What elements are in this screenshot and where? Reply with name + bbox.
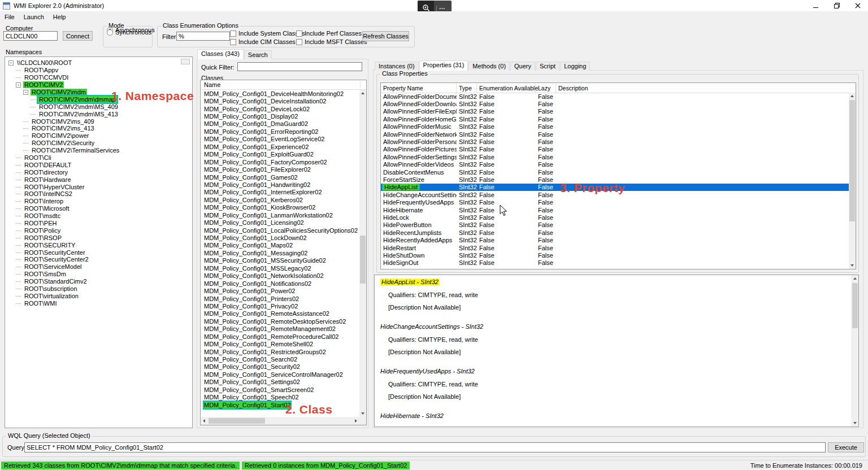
tree-item[interactable]: ROOT\Policy (5, 227, 192, 234)
property-row[interactable]: HideLockSInt32FalseFalse (381, 214, 849, 221)
property-row[interactable]: HideHibernateSInt32FalseFalse (381, 206, 849, 214)
filter-input[interactable] (176, 32, 230, 41)
class-list-item[interactable]: MDM_Policy_Config01_SmartScreen02 (201, 386, 359, 393)
class-list-item[interactable]: MDM_Policy_Config01_Search02 (201, 355, 359, 363)
tree-item[interactable]: ROOT\CIMV2\power (5, 132, 192, 140)
tree-item[interactable]: ROOT\SecurityCenter2 (5, 256, 192, 263)
class-list-item[interactable]: MDM_Policy_Config01_LockDown02 (201, 234, 359, 241)
tree-item[interactable]: ROOT\CCMVDI (5, 74, 192, 81)
column-header-description[interactable]: Description (556, 83, 856, 93)
property-row[interactable]: AllowPinnedFolderVideosSInt32FalseFalse (381, 161, 849, 168)
class-list-item[interactable]: MDM_Policy_Config01_Power02 (201, 287, 359, 294)
classes-hscroll-thumb[interactable] (209, 418, 265, 424)
refresh-classes-button[interactable]: Refresh Classes (362, 31, 409, 41)
tree-item[interactable]: ROOT\virtualization (5, 293, 192, 300)
property-row[interactable]: AllowPinnedFolderPicturesSInt32FalseFals… (381, 146, 849, 153)
tree-item[interactable]: ROOT\directory (5, 168, 192, 176)
class-list-item[interactable]: MDM_Policy_Config01_InternetExplorer02 (201, 189, 359, 196)
tree-item[interactable]: ROOT\WMI (5, 299, 192, 307)
restore-button[interactable] (826, 0, 847, 11)
checkbox-include-msft-classes[interactable]: Include MSFT Classes (296, 38, 367, 46)
tree-item[interactable]: ROOT\CIMV2\mdm\MS_409 (5, 103, 192, 110)
tree-item[interactable]: ROOT\CIMV2\ms_409 (5, 118, 192, 125)
property-row[interactable]: HidePowerButtonSInt32FalseFalse (381, 221, 849, 229)
classes-vertical-scrollbar[interactable] (359, 90, 366, 417)
tree-item[interactable]: ROOT\DEFAULT (5, 161, 192, 168)
scroll-up-button[interactable] (852, 275, 858, 282)
class-list-item[interactable]: MDM_Policy_Config01_RestrictedGroups02 (201, 348, 359, 355)
property-row[interactable]: HideShutDownSInt32FalseFalse (381, 251, 849, 259)
close-button[interactable] (847, 0, 868, 11)
tree-item[interactable]: ROOT\SmsDm (5, 271, 192, 278)
tree-item[interactable]: ROOT\Hardware (5, 176, 192, 183)
tree-item[interactable]: ROOT\RSOP (5, 234, 192, 241)
class-list-item[interactable]: MDM_Policy_Config01_Security02 (201, 363, 359, 371)
class-list-item[interactable]: MDM_Policy_Config01_Start02 (201, 401, 359, 408)
mode-radio-synchronous[interactable]: Synchronous (107, 29, 151, 36)
class-list-item[interactable]: MDM_Policy_Config01_LocalPoliciesSecurit… (201, 227, 359, 234)
column-header-enumeration-available[interactable]: Enumeration Available (477, 83, 536, 93)
class-list-item[interactable]: MDM_Policy_Config01_RemoteAssistance02 (201, 310, 359, 317)
class-list-item[interactable]: MDM_Policy_Config01_RemoteManagement02 (201, 325, 359, 333)
class-list-item[interactable]: MDM_Policy_Config01_Speech02 (201, 394, 359, 401)
menu-item-launch[interactable]: Launch (19, 12, 49, 21)
class-list-item[interactable]: MDM_Policy_Config01_Settings02 (201, 378, 359, 386)
tree-item[interactable]: -ROOT\CIMV2 (5, 81, 192, 89)
class-list-item[interactable]: MDM_Policy_Config01_NetworkIsolation02 (201, 272, 359, 280)
class-list-item[interactable]: MDM_Policy_Config01_LanmanWorkstation02 (201, 211, 359, 219)
tab-instances-0[interactable]: Instances (0) (375, 62, 419, 71)
class-list-item[interactable]: MDM_Policy_Config01_Messaging02 (201, 249, 359, 256)
tab-methods-0[interactable]: Methods (0) (468, 62, 510, 71)
class-list-item[interactable]: MDM_Policy_Config01_Printers02 (201, 295, 359, 302)
checkbox-include-system-classes[interactable]: Include System Classes (230, 29, 296, 37)
class-list-item[interactable]: MDM_Policy_Config01_Kerberos02 (201, 196, 359, 203)
class-list-item[interactable]: MDM_Policy_Config01_FactoryComposer02 (201, 158, 359, 166)
tab-properties-31[interactable]: Properties (31) (419, 60, 468, 71)
class-list-item[interactable]: MDM_Policy_Config01_FileExplorer02 (201, 166, 359, 173)
class-list-item[interactable]: MDM_Policy_Config01_ServiceControlManage… (201, 371, 359, 378)
class-list-item[interactable]: MDM_Policy_Config01_ErrorReporting02 (201, 128, 359, 135)
class-list-item[interactable]: MDM_Policy_Config01_Notifications02 (201, 280, 359, 287)
property-row[interactable]: AllowPinnedFolderHomeGroupSInt32FalseFal… (381, 115, 849, 123)
properties-vertical-scrollbar[interactable] (849, 93, 856, 269)
scroll-right-button[interactable] (353, 417, 359, 424)
class-list-item[interactable]: MDM_Policy_Config01_KioskBrowser02 (201, 204, 359, 211)
property-row[interactable]: AllowPinnedFolderFileExplorerSInt32False… (381, 108, 849, 115)
tree-corner-button[interactable] (181, 59, 190, 64)
tree-item[interactable]: ROOT\CIMV2\ms_413 (5, 125, 192, 132)
tree-item[interactable]: ROOT\Cli (5, 154, 192, 162)
class-list-item[interactable]: MDM_Policy_Config01_RemoteShell02 (201, 340, 359, 347)
name-column-header[interactable]: Name (204, 81, 220, 88)
scroll-down-button[interactable] (359, 410, 366, 417)
property-row[interactable]: AllowPinnedFolderSettingsSInt32FalseFals… (381, 153, 849, 160)
column-header-property-name[interactable]: Property Name (381, 83, 457, 93)
class-list-item[interactable]: MDM_Policy_Config01_Games02 (201, 173, 359, 181)
scroll-up-button[interactable] (359, 90, 366, 97)
quick-filter-input[interactable] (237, 62, 362, 71)
class-list-item[interactable]: MDM_Policy_Config01_EventLogService02 (201, 136, 359, 143)
tree-item[interactable]: ROOT\SecurityCenter (5, 249, 192, 256)
property-row[interactable]: AllowPinnedFolderDocumentsSInt32FalseFal… (381, 93, 849, 100)
tree-item[interactable]: ROOT\Appv (5, 67, 192, 74)
tree-item[interactable]: ROOT\IntelNCS2 (5, 190, 192, 198)
tab-classes-343[interactable]: Classes (343) (197, 49, 244, 59)
class-list-item[interactable]: MDM_Policy_Config01_Display02 (201, 112, 359, 120)
tree-item[interactable]: ROOT\SECURITY (5, 241, 192, 249)
classes-vscroll-thumb[interactable] (360, 236, 366, 284)
class-list-item[interactable]: MDM_Policy_Config01_DmaGuard02 (201, 120, 359, 128)
computer-input[interactable] (3, 31, 58, 41)
column-header-type[interactable]: Type (457, 83, 477, 93)
tree-item[interactable]: ROOT\Interop (5, 198, 192, 205)
scroll-left-button[interactable] (201, 417, 207, 424)
details-vertical-scrollbar[interactable] (851, 275, 858, 427)
tab-query[interactable]: Query (510, 62, 535, 71)
tree-item[interactable]: ROOT\StandardCimv2 (5, 278, 192, 285)
property-row[interactable]: HideSignOutSInt32FalseFalse (381, 259, 849, 267)
class-list-item[interactable]: MDM_Policy_Config01_RemoteDesktopService… (201, 317, 359, 325)
property-row[interactable]: AllowPinnedFolderDownloadsSInt32FalseFal… (381, 100, 849, 107)
class-list-item[interactable]: MDM_Policy_Config01_Licensing02 (201, 219, 359, 226)
details-vscroll-thumb[interactable] (852, 283, 858, 328)
tree-item[interactable]: ROOT\HyperVCluster (5, 183, 192, 190)
column-header-lazy[interactable]: Lazy (536, 83, 556, 93)
tree-item[interactable]: ROOT\subscription (5, 285, 192, 293)
